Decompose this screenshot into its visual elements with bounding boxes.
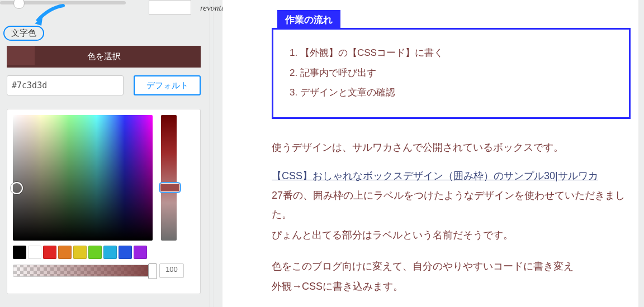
flow-step: 記事内で呼び出す	[300, 63, 614, 83]
vertical-divider	[213, 0, 214, 307]
color-picker: 100	[7, 109, 201, 294]
paragraph: ぴょんと出てる部分はラベルという名前だそうです。	[272, 226, 631, 244]
flow-step: 【外観】の【CSSコード】に書く	[300, 43, 614, 63]
vertical-divider	[210, 0, 210, 307]
hex-input[interactable]	[7, 75, 124, 95]
hue-handle[interactable]	[159, 182, 181, 193]
swatch[interactable]	[43, 246, 56, 259]
alpha-value: 100	[159, 263, 184, 278]
current-color-preview	[7, 46, 35, 65]
paragraph: 外観→CSSに書き込みます。	[272, 277, 631, 296]
paragraph: 使うデザインは、サルワカさんで公開されているボックスです。	[272, 138, 631, 157]
swatch[interactable]	[119, 246, 132, 259]
flow-step: デザインと文章の確認	[300, 83, 614, 103]
alpha-handle[interactable]	[148, 263, 157, 279]
swatch[interactable]	[58, 246, 72, 259]
arrow-annotation-icon	[32, 3, 66, 26]
paragraph: 27番の、囲み枠の上にラベルをつけたようなデザインを使わせていただきました。	[272, 186, 631, 224]
hue-slider[interactable]	[161, 115, 177, 241]
swatch[interactable]	[103, 246, 117, 259]
select-color-button[interactable]: 色を選択	[7, 46, 201, 68]
article-content: 作業の流れ 【外観】の【CSSコード】に書く記事内で呼び出すデザインと文章の確認…	[222, 0, 638, 307]
sv-cursor[interactable]	[11, 182, 23, 194]
alpha-slider[interactable]	[13, 265, 156, 277]
paragraph: 色をこのブログ向けに変えて、自分のやりやすいコードに書き変え	[272, 257, 631, 276]
swatch[interactable]	[134, 246, 147, 259]
swatch[interactable]	[28, 246, 41, 259]
swatch-row	[13, 246, 147, 259]
saturation-value-area[interactable]	[13, 115, 153, 241]
value-box[interactable]	[149, 0, 191, 15]
flow-box: 【外観】の【CSSコード】に書く記事内で呼び出すデザインと文章の確認	[272, 28, 631, 119]
flow-title: 作業の流れ	[277, 10, 340, 30]
default-button[interactable]: デフォルト	[134, 75, 201, 95]
opacity-slider-thumb[interactable]	[13, 0, 25, 9]
swatch[interactable]	[88, 246, 102, 259]
swatch[interactable]	[73, 246, 87, 259]
external-link[interactable]: 【CSS】おしゃれなボックスデザイン（囲み枠）のサンプル30|サルワカ	[272, 169, 598, 183]
swatch[interactable]	[13, 246, 26, 259]
